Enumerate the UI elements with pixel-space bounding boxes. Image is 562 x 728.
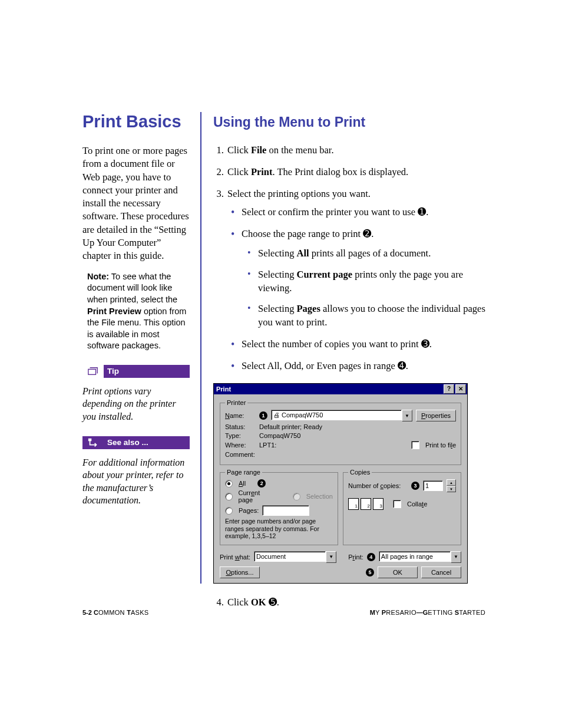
print-label: Print: (348, 554, 363, 561)
ok-button[interactable]: OK (378, 566, 418, 578)
step-1: Click File on the menu bar. (226, 143, 485, 157)
document-page: Print Basics To print one or more pages … (0, 0, 562, 728)
print-what-dropdown-button[interactable]: ▼ (326, 551, 336, 563)
copies-spinner[interactable]: ▲▼ (447, 479, 456, 492)
print-range-select[interactable]: All pages in range ▼ (379, 551, 461, 563)
step-1-a: Click (227, 144, 251, 156)
step-2-bold: Print (251, 166, 273, 177)
properties-button[interactable]: Properties (416, 410, 456, 421)
copies-input[interactable]: 1 (423, 480, 443, 491)
fl-d: ASKS (131, 609, 149, 616)
printer-dropdown-button[interactable]: ▼ (402, 410, 412, 421)
pages-label: Pages: (239, 507, 259, 514)
spin-down-icon[interactable]: ▼ (447, 486, 456, 492)
section-heading-print-basics: Print Basics (82, 112, 190, 131)
sub-pages-b: Pages (297, 303, 320, 314)
two-column-layout: Print Basics To print one or more pages … (82, 112, 485, 617)
print-what-select[interactable]: Document ▼ (254, 551, 336, 563)
status-row: Status:Default printer; Ready (225, 423, 456, 430)
step-3: Select the printing options you want. Se… (226, 187, 485, 373)
current-radio[interactable] (225, 493, 233, 500)
callout-4-dialog-icon: 4 (367, 553, 375, 561)
step-1-c: on the menu bar. (266, 144, 333, 156)
fr-b: Y (375, 609, 382, 616)
range-legend: Page range (225, 469, 262, 476)
fr-a: M (370, 609, 375, 616)
options-button[interactable]: Options... (220, 566, 260, 578)
sub-all: Selecting All prints all pages of a docu… (258, 246, 485, 260)
dialog-title: Print (216, 386, 231, 393)
bullet-printer: Select or confirm the printer you want t… (242, 205, 485, 219)
bullet-range: Choose the page range to print ➋. Select… (242, 227, 485, 329)
print-range-dropdown-button[interactable]: ▼ (451, 551, 461, 563)
section-heading-using-menu: Using the Menu to Print (213, 114, 485, 130)
type-value: CompaqW750 (259, 432, 300, 439)
options-list: Select or confirm the printer you want t… (227, 205, 485, 373)
right-column: Using the Menu to Print Click File on th… (201, 112, 485, 617)
all-label: All (239, 480, 246, 487)
dialog-titlebar[interactable]: Print ? ✕ (214, 384, 467, 394)
callout-1-icon: ➊ (418, 206, 426, 218)
fr-h: TARTED (459, 609, 485, 616)
page-range-group: Page range All 2 Current page Selection (220, 469, 338, 545)
printer-select-value: 🖨CompaqW750 (271, 410, 402, 420)
printer-group: Printer Name: 1 🖨CompaqW750 ▼ Properties (220, 399, 461, 465)
collate-icon: 123 (348, 498, 384, 510)
bullet-range-text: Choose the page range to print (242, 228, 363, 239)
range-copies-row: Page range All 2 Current page Selection (220, 469, 461, 549)
print-to-file-checkbox[interactable] (411, 441, 419, 449)
where-label: Where: (225, 442, 256, 449)
collate-checkbox[interactable] (393, 500, 401, 508)
sub-pages-a: Selecting (258, 303, 297, 314)
cancel-button[interactable]: Cancel (421, 566, 461, 578)
copies-legend: Copies (348, 469, 372, 476)
close-button[interactable]: ✕ (455, 384, 466, 394)
dialog-button-row: Options... 5 OK Cancel (220, 566, 461, 578)
name-label: Name: (225, 412, 256, 419)
fl-c: T (127, 609, 131, 616)
type-label: Type: (225, 432, 256, 439)
sub-current-a: Selecting (258, 269, 297, 280)
footer-left: 5-2 COMMON TASKS (82, 609, 148, 616)
all-radio[interactable] (225, 480, 233, 487)
bullet-copies-text: Select the number of copies you want to … (242, 338, 421, 350)
print-dialog: Print ? ✕ Printer Name: 1 🖨Com (213, 383, 468, 584)
fl-b: OMMON (98, 609, 127, 616)
pages-radio[interactable] (225, 507, 233, 515)
current-label: Current page (239, 489, 275, 503)
bullet-pages-range: Select All, Odd, or Even pages in range … (242, 359, 485, 373)
selection-radio (293, 493, 300, 500)
sub-all-a: Selecting (258, 248, 297, 259)
bullet-copies: Select the number of copies you want to … (242, 337, 485, 351)
num-copies-row: Number of copies: 3 1 ▲▼ (348, 479, 456, 492)
see-also-label: See also ... (104, 438, 148, 447)
where-value: LPT1: (259, 442, 276, 449)
pages-input[interactable] (262, 505, 309, 516)
current-sel-row: Current page Selection (225, 489, 333, 503)
callout-5-dialog-icon: 5 (366, 568, 374, 577)
see-also-header: See also ... (82, 436, 190, 449)
num-copies-label: Number of copies: (348, 482, 401, 489)
note-print-preview: Print Preview (87, 307, 141, 316)
range-sub-list: Selecting All prints all pages of a docu… (242, 246, 485, 328)
status-label: Status: (225, 423, 256, 430)
fr-f: ETTING (428, 609, 455, 616)
callout-1-dialog-icon: 1 (259, 411, 267, 420)
printer-select[interactable]: 🖨CompaqW750 ▼ (271, 410, 412, 421)
fl-a: 5-2 C (82, 609, 98, 616)
step-4-a: Click (227, 597, 251, 608)
callout-2-dialog-icon: 2 (257, 479, 266, 487)
left-column: Print Basics To print one or more pages … (82, 112, 200, 617)
intro-paragraph: To print one or more pages from a docume… (82, 144, 190, 262)
comment-label: Comment: (225, 451, 256, 458)
help-button[interactable]: ? (444, 384, 454, 394)
spin-up-icon[interactable]: ▲ (447, 479, 456, 486)
footer-right: MY PRESARIO—GETTING STARTED (370, 609, 485, 616)
see-also-text: For additional information about your pr… (82, 456, 190, 507)
collate-row: 123 Collate (348, 498, 456, 510)
print-range-value: All pages in range (379, 551, 451, 562)
tip-text: Print options vary depending on the prin… (82, 385, 190, 423)
comment-row: Comment: (225, 451, 456, 458)
callout-3-icon: ➌ (421, 338, 429, 350)
type-row: Type:CompaqW750 (225, 432, 456, 439)
